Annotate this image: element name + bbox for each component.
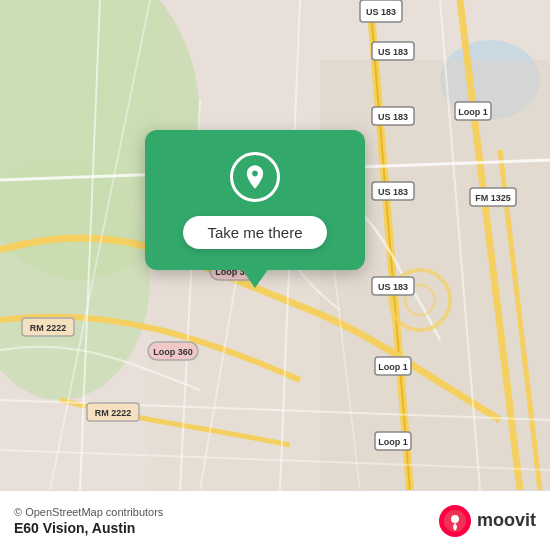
svg-text:US 183: US 183 bbox=[366, 7, 396, 17]
bottom-bar: © OpenStreetMap contributors E60 Vision,… bbox=[0, 490, 550, 550]
svg-text:Loop 1: Loop 1 bbox=[458, 107, 488, 117]
take-me-there-button[interactable]: Take me there bbox=[183, 216, 326, 249]
svg-text:FM 1325: FM 1325 bbox=[475, 193, 511, 203]
svg-text:Loop 360: Loop 360 bbox=[153, 347, 193, 357]
map-container: US 183 US 183 US 183 US 183 Loop 1 Loop … bbox=[0, 0, 550, 490]
svg-text:US 183: US 183 bbox=[378, 282, 408, 292]
location-icon bbox=[230, 152, 280, 202]
svg-text:RM 2222: RM 2222 bbox=[30, 323, 67, 333]
svg-text:RM 2222: RM 2222 bbox=[95, 408, 132, 418]
svg-text:Loop 1: Loop 1 bbox=[378, 437, 408, 447]
popup-card: Take me there bbox=[145, 130, 365, 270]
svg-text:Loop 1: Loop 1 bbox=[378, 362, 408, 372]
svg-text:US 183: US 183 bbox=[378, 187, 408, 197]
osm-attribution: © OpenStreetMap contributors bbox=[14, 506, 163, 518]
location-popup: Take me there bbox=[145, 130, 365, 270]
moovit-icon bbox=[439, 505, 471, 537]
bottom-left-info: © OpenStreetMap contributors E60 Vision,… bbox=[14, 506, 163, 536]
svg-point-50 bbox=[451, 515, 459, 523]
svg-text:US 183: US 183 bbox=[378, 112, 408, 122]
svg-text:US 183: US 183 bbox=[378, 47, 408, 57]
location-label: E60 Vision, Austin bbox=[14, 520, 163, 536]
moovit-logo: moovit bbox=[439, 505, 536, 537]
moovit-brand-text: moovit bbox=[477, 510, 536, 531]
svg-rect-3 bbox=[0, 0, 160, 200]
